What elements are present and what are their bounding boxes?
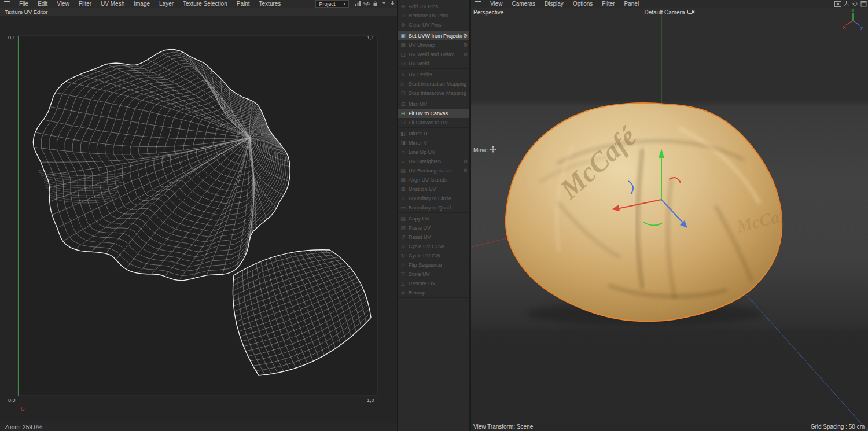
cmd-uv-weld-and-relax[interactable]: ◫UV Weld and Relax⚙ — [398, 50, 469, 59]
line-up-uv-icon: ≡ — [400, 150, 406, 155]
cmd-uv-rectangularize[interactable]: ▤UV Rectangularize⚙ — [398, 166, 469, 175]
command-group: ⊡Max UV⊞Fit UV to Canvas⊟Fit Canvas to U… — [398, 100, 469, 128]
cmd-unstitch-uv[interactable]: ⊠Unstitch UV — [398, 185, 469, 194]
menu-texture-selection[interactable]: Texture Selection — [178, 0, 232, 8]
cmd-boundary-to-circle[interactable]: ○Boundary to Circle — [398, 194, 469, 203]
restore-uv-icon: △ — [400, 281, 406, 286]
gear-icon[interactable]: ⚙ — [462, 42, 468, 48]
gear-icon[interactable]: ⚙ — [462, 168, 468, 174]
uv-editor-tabstrip: Texture UV Editor — [0, 8, 397, 16]
cmd-label: Cycle UV CW — [406, 253, 468, 259]
menu-textures[interactable]: Textures — [255, 0, 286, 8]
cmd-remap[interactable]: ≋Remap... — [398, 288, 469, 297]
uv-straighten-icon: ≣ — [400, 159, 406, 164]
cmd-copy-uv[interactable]: ▤Copy UV — [398, 214, 469, 223]
viewport-menu-filter[interactable]: Filter — [597, 0, 619, 8]
gear-icon[interactable]: ⚙ — [462, 159, 468, 164]
cmd-fit-uv-to-canvas[interactable]: ⊞Fit UV to Canvas — [398, 109, 469, 118]
viewport-menu-view[interactable]: View — [486, 0, 507, 8]
align-uv-islands-icon: ▦ — [400, 178, 406, 183]
cmd-start-interactive-mapping[interactable]: ▷Start Interactive Mapping — [398, 79, 469, 89]
cmd-max-uv[interactable]: ⊡Max UV — [398, 100, 469, 109]
orientation-axes-widget[interactable]: YXZ — [840, 7, 867, 34]
dock-arrow-icon[interactable] — [388, 0, 397, 8]
menu-paint[interactable]: Paint — [232, 0, 255, 8]
gear-icon[interactable]: ⚙ — [462, 33, 468, 39]
project-dropdown-value: Project — [319, 1, 335, 7]
chart-icon[interactable] — [354, 0, 362, 8]
cmd-label: Set UVW from Projection — [406, 33, 462, 39]
viewport-canvas[interactable] — [471, 8, 868, 431]
cmd-cycle-uv-ccw[interactable]: ↺Cycle UV CCW — [398, 242, 469, 251]
cmd-stop-interactive-mapping[interactable]: ◻Stop Interactive Mapping — [398, 89, 469, 98]
cmd-label: Boundary to Quad — [406, 205, 468, 211]
paint-bucket-icon[interactable] — [362, 0, 371, 8]
menu-image[interactable]: Image — [129, 0, 155, 8]
viewport-menu-cameras[interactable]: Cameras — [507, 0, 540, 8]
menu-uv-mesh[interactable]: UV Mesh — [96, 0, 129, 8]
remap-icon: ≋ — [400, 290, 406, 296]
cmd-mirror-v[interactable]: ◨Mirror V — [398, 138, 469, 148]
project-dropdown[interactable]: Project ▾ — [315, 0, 349, 8]
cmd-align-uv-islands[interactable]: ▦Align UV Islands — [398, 175, 469, 185]
stop-interactive-mapping-icon: ◻ — [400, 91, 406, 96]
cmd-label: Copy UV — [406, 216, 468, 222]
uv-weld-relax-icon: ◫ — [400, 52, 406, 57]
cmd-uv-peeler[interactable]: ≈UV Peeler — [398, 70, 469, 79]
cmd-uv-straighten[interactable]: ≣UV Straighten⚙ — [398, 157, 469, 166]
menu-file[interactable]: File — [14, 0, 33, 8]
pin-icon[interactable] — [380, 0, 388, 8]
cmd-label: UV Unwrap — [406, 42, 462, 48]
viewport-menu-options[interactable]: Options — [568, 0, 597, 8]
max-uv-icon: ⊡ — [400, 102, 406, 107]
cmd-flip-sequence[interactable]: ⇄Flip Sequence — [398, 260, 469, 270]
reset-uv-icon: ↺ — [400, 235, 406, 240]
cmd-label: Restore UV — [406, 281, 468, 286]
cmd-label: Align UV Islands — [406, 177, 468, 183]
copy-uv-icon: ▤ — [400, 216, 406, 222]
viewport-menu-panel[interactable]: Panel — [620, 0, 644, 8]
cmd-store-uv[interactable]: ▽Store UV — [398, 270, 469, 279]
gear-icon[interactable]: ⚙ — [462, 51, 468, 57]
cmd-remove-uv-pins[interactable]: ⊖Remove UV Pins — [398, 11, 469, 20]
cycle-uv-cw-icon: ↻ — [400, 253, 406, 259]
cmd-label: Start Interactive Mapping — [406, 81, 468, 87]
axis-x-label: X — [843, 25, 846, 30]
menu-edit[interactable]: Edit — [33, 0, 52, 8]
cmd-restore-uv[interactable]: △Restore UV — [398, 279, 469, 288]
cmd-label: Fit UV to Canvas — [406, 110, 468, 116]
cmd-clear-uv-pins[interactable]: ⊗Clear UV Pins — [398, 20, 469, 30]
cmd-label: Store UV — [406, 271, 468, 277]
command-group: ⊕Add UV Pins⊖Remove UV Pins⊗Clear UV Pin… — [398, 2, 469, 30]
cmd-label: Cycle UV CCW — [406, 244, 468, 249]
cmd-reset-uv[interactable]: ↺Reset UV — [398, 233, 469, 242]
menu-layer[interactable]: Layer — [155, 0, 178, 8]
cmd-cycle-uv-cw[interactable]: ↻Cycle UV CW — [398, 251, 469, 260]
hamburger-menu-icon[interactable] — [4, 1, 10, 6]
uv-canvas[interactable] — [0, 16, 397, 423]
cmd-set-uvw-from-projection[interactable]: ▣Set UVW from Projection⚙ — [398, 31, 469, 40]
menu-filter[interactable]: Filter — [74, 0, 96, 8]
cmd-line-up-uv[interactable]: ≡Line Up UV — [398, 148, 469, 157]
cmd-add-uv-pins[interactable]: ⊕Add UV Pins — [398, 2, 469, 11]
lock-icon[interactable] — [371, 0, 380, 8]
hamburger-menu-icon[interactable] — [475, 1, 481, 6]
cmd-label: Flip Sequence — [406, 262, 468, 268]
cycle-uv-ccw-icon: ↺ — [400, 244, 406, 249]
viewport-menu-items: ViewCamerasDisplayOptionsFilterPanel — [486, 0, 643, 8]
cmd-label: UV Weld and Relax — [406, 51, 462, 57]
cmd-paste-uv[interactable]: ▥Paste UV — [398, 223, 469, 233]
cmd-label: Stop Interactive Mapping — [406, 90, 468, 96]
menu-view[interactable]: View — [52, 0, 74, 8]
viewport-menu-display[interactable]: Display — [540, 0, 568, 8]
uv-unwrap-icon: ▦ — [400, 43, 406, 48]
cmd-boundary-to-quad[interactable]: ▭Boundary to Quad — [398, 203, 469, 212]
cmd-uv-unwrap[interactable]: ▦UV Unwrap⚙ — [398, 40, 469, 50]
unstitch-uv-icon: ⊠ — [400, 187, 406, 192]
cmd-mirror-u[interactable]: ◧Mirror U — [398, 129, 469, 138]
set-uvw-projection-icon: ▣ — [400, 34, 406, 39]
cmd-fit-canvas-to-uv[interactable]: ⊟Fit Canvas to UV — [398, 118, 469, 127]
cmd-uv-weld[interactable]: ⊞UV Weld — [398, 59, 469, 68]
add-uv-pins-icon: ⊕ — [400, 4, 406, 9]
cmd-label: Unstitch UV — [406, 186, 468, 192]
